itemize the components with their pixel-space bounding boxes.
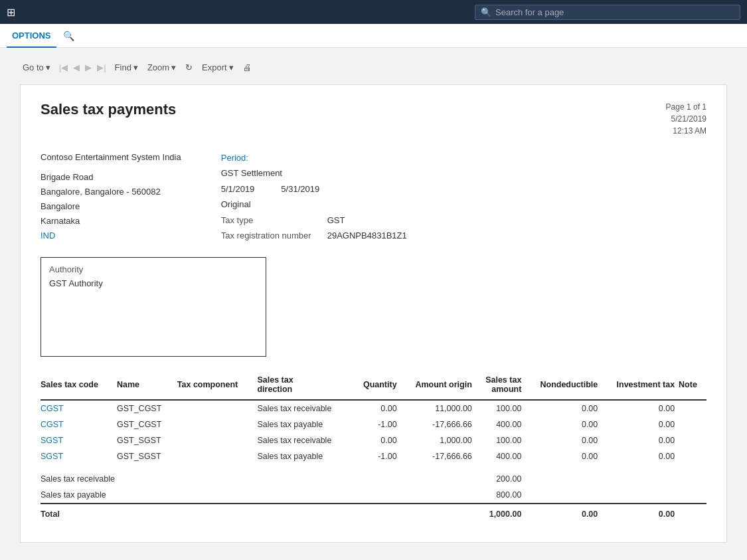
company-city: Bangalore: [41, 199, 181, 214]
top-navigation: ⊞ 🔍 Search for a page: [0, 0, 747, 24]
col-sales-tax-code: Sales tax code: [41, 373, 117, 400]
cell-investment-tax: 0.00: [602, 417, 679, 432]
cell-sales-tax-amount: 400.00: [476, 417, 526, 432]
company-state: Karnataka: [41, 214, 181, 229]
col-amount-origin: Amount origin: [401, 373, 476, 400]
cell-investment-tax: 0.00: [602, 400, 679, 417]
info-section: Contoso Entertainment System India Briga…: [41, 150, 706, 244]
cell-quantity: 0.00: [354, 400, 400, 417]
last-page-button[interactable]: ▶|: [95, 61, 108, 74]
tax-type-value: GST: [327, 213, 345, 228]
cell-direction: Sales tax receivable: [257, 400, 354, 417]
total-row: Total 1,000.00 0.00 0.00: [41, 504, 706, 522]
tax-reg-row: Tax registration number 29AGNPB4831B1Z1: [221, 228, 407, 243]
tax-reg-label: Tax registration number: [221, 228, 314, 243]
table-header-row: Sales tax code Name Tax component Sales …: [41, 373, 706, 400]
table-row: SGST GST_SGST Sales tax receivable 0.00 …: [41, 432, 706, 448]
prev-page-button[interactable]: ◀: [71, 61, 82, 74]
col-investment-tax: Investment tax: [602, 373, 679, 400]
goto-button[interactable]: Go to ▾: [20, 61, 53, 74]
company-address1: Brigade Road: [41, 170, 181, 185]
authority-box: Authority GST Authority: [41, 257, 266, 357]
cell-quantity: 0.00: [354, 432, 400, 448]
cell-code[interactable]: CGST: [41, 417, 117, 432]
print-button[interactable]: 🖨: [240, 61, 254, 74]
total-label: Total: [41, 504, 476, 522]
main-content: Go to ▾ |◀ ◀ ▶ ▶| Find ▾ Zoom ▾ ↻ Export…: [0, 48, 747, 560]
period-label: Period:: [221, 153, 248, 163]
col-quantity: Quantity: [354, 373, 400, 400]
cell-amount-origin: -17,666.66: [401, 448, 476, 464]
find-button[interactable]: Find ▾: [112, 61, 141, 74]
cell-nondeductible: 0.00: [525, 400, 602, 417]
options-tab[interactable]: OPTIONS: [7, 24, 56, 48]
cell-nondeductible: 0.00: [525, 432, 602, 448]
cell-note: [679, 432, 706, 448]
cell-sales-tax-amount: 100.00: [476, 400, 526, 417]
zoom-button[interactable]: Zoom ▾: [145, 61, 179, 74]
authority-value: GST Authority: [49, 278, 258, 288]
next-page-button[interactable]: ▶: [83, 61, 94, 74]
export-button[interactable]: Export ▾: [199, 61, 236, 74]
grid-icon[interactable]: ⊞: [7, 6, 15, 19]
search-icon: 🔍: [481, 7, 491, 17]
col-sales-tax-amount: Sales taxamount: [476, 373, 526, 400]
cell-amount-origin: -17,666.66: [401, 417, 476, 432]
cell-name: GST_SGST: [117, 448, 177, 464]
table-row: CGST GST_CGST Sales tax receivable 0.00 …: [41, 400, 706, 417]
cell-nondeductible: 0.00: [525, 448, 602, 464]
refresh-button[interactable]: ↻: [183, 61, 195, 74]
cell-quantity: -1.00: [354, 417, 400, 432]
company-address2: Bangalore, Bangalore - 560082: [41, 185, 181, 199]
cell-code[interactable]: CGST: [41, 400, 117, 417]
authority-header: Authority: [49, 264, 258, 274]
cell-investment-tax: 0.00: [602, 448, 679, 464]
company-info: Contoso Entertainment System India Briga…: [41, 150, 181, 244]
date-to: 5/31/2019: [281, 181, 319, 197]
cell-quantity: -1.00: [354, 448, 400, 464]
cell-name: GST_SGST: [117, 432, 177, 448]
total-nondeductible: 0.00: [525, 504, 602, 522]
settlement-label: GST Settlement: [221, 165, 407, 181]
cell-nondeductible: 0.00: [525, 417, 602, 432]
options-bar: OPTIONS 🔍: [0, 24, 747, 48]
report-meta: Page 1 of 1 5/21/2019 12:13 AM: [666, 101, 706, 137]
cell-code[interactable]: SGST: [41, 432, 117, 448]
cell-sales-tax-amount: 100.00: [476, 432, 526, 448]
tax-type-row: Tax type GST: [221, 213, 407, 228]
table-row: SGST GST_SGST Sales tax payable -1.00 -1…: [41, 448, 706, 464]
cell-component: [177, 432, 258, 448]
total-investment-tax: 0.00: [602, 504, 679, 522]
search-bar[interactable]: 🔍 Search for a page: [475, 5, 740, 20]
cell-component: [177, 400, 258, 417]
first-page-button[interactable]: |◀: [57, 61, 70, 74]
cell-component: [177, 417, 258, 432]
date-range: 5/1/2019 5/31/2019: [221, 181, 407, 197]
col-direction: Sales taxdirection: [257, 373, 354, 400]
cell-amount-origin: 1,000.00: [401, 432, 476, 448]
company-name: Contoso Entertainment System India: [41, 150, 181, 165]
cell-note: [679, 448, 706, 464]
options-search-icon[interactable]: 🔍: [63, 31, 74, 41]
report-time: 12:13 AM: [666, 125, 706, 137]
original-label: Original: [221, 197, 407, 212]
report-area: Sales tax payments Page 1 of 1 5/21/2019…: [20, 84, 727, 543]
subtotal-label: Sales tax receivable: [41, 471, 476, 487]
col-tax-component: Tax component: [177, 373, 258, 400]
cell-direction: Sales tax receivable: [257, 432, 354, 448]
date-from: 5/1/2019: [221, 181, 255, 197]
report-date: 5/21/2019: [666, 113, 706, 125]
nav-arrows: |◀ ◀ ▶ ▶|: [57, 61, 108, 74]
subtotal-label: Sales tax payable: [41, 487, 476, 504]
table-row: CGST GST_CGST Sales tax payable -1.00 -1…: [41, 417, 706, 432]
search-placeholder: Search for a page: [495, 7, 564, 17]
company-country: IND: [41, 229, 181, 243]
report-title: Sales tax payments: [41, 101, 176, 118]
cell-investment-tax: 0.00: [602, 432, 679, 448]
cell-component: [177, 448, 258, 464]
data-table: Sales tax code Name Tax component Sales …: [41, 373, 706, 522]
cell-code[interactable]: SGST: [41, 448, 117, 464]
cell-note: [679, 400, 706, 417]
subtotal-row: Sales tax payable 800.00: [41, 487, 706, 504]
col-nondeductible: Nondeductible: [525, 373, 602, 400]
